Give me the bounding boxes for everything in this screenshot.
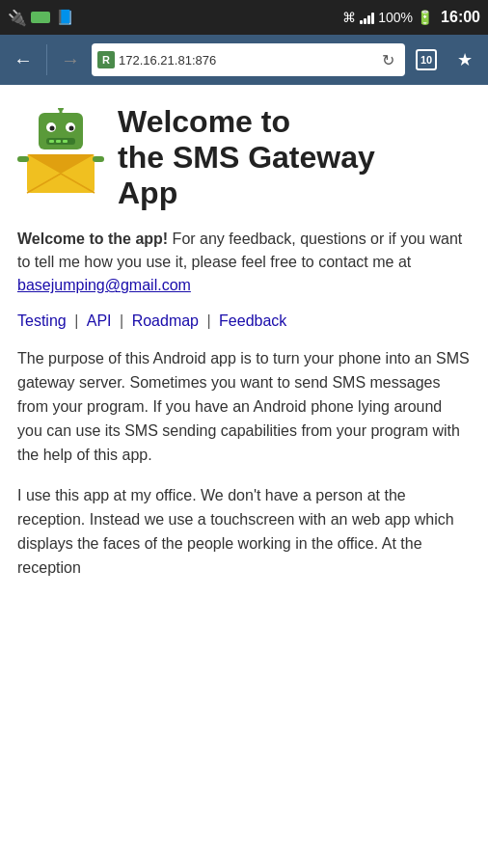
email-link[interactable]: basejumping@gmail.com — [17, 277, 191, 293]
status-right: ⌘ 100% 🔋 16:00 — [342, 9, 480, 26]
app-logo — [17, 108, 104, 195]
battery-icon: 🔋 — [417, 10, 433, 25]
sep-3: | — [206, 312, 215, 329]
page-header: Welcome to the SMS Gateway App — [17, 104, 471, 210]
links-row: Testing | API | Roadmap | Feedback — [17, 312, 471, 330]
svg-point-4 — [69, 126, 74, 131]
url-bar[interactable]: R 172.16.21.81:876 ↻ — [92, 43, 405, 76]
svg-point-3 — [50, 126, 55, 131]
svg-rect-15 — [17, 156, 29, 162]
svg-rect-8 — [63, 140, 68, 143]
task-icon: 📘 — [56, 9, 74, 26]
testing-link[interactable]: Testing — [17, 312, 67, 329]
tabs-button[interactable]: 10 — [409, 42, 444, 77]
body-paragraph-2: I use this app at my office. We don't ha… — [17, 484, 471, 580]
status-bar: 🔌 📘 ⌘ 100% 🔋 16:00 — [0, 0, 488, 35]
url-text: 172.16.21.81:876 — [119, 53, 372, 68]
signal-bars — [360, 11, 374, 24]
feedback-link[interactable]: Feedback — [219, 312, 286, 329]
svg-point-10 — [58, 108, 64, 111]
welcome-paragraph: Welcome to the app! For any feedback, qu… — [17, 228, 471, 297]
battery-percent: 100% — [378, 10, 413, 25]
page-content: Welcome to the SMS Gateway App Welcome t… — [0, 85, 488, 627]
status-left-icons: 🔌 📘 — [8, 9, 74, 27]
svg-rect-16 — [93, 156, 104, 162]
reload-button[interactable]: ↻ — [376, 48, 399, 71]
forward-button[interactable]: → — [53, 42, 88, 77]
welcome-bold: Welcome to the app! — [17, 231, 168, 247]
toolbar-divider — [46, 44, 47, 75]
roadmap-link[interactable]: Roadmap — [132, 312, 199, 329]
api-link[interactable]: API — [87, 312, 112, 329]
tab-count: 10 — [416, 49, 437, 70]
svg-rect-7 — [56, 140, 61, 143]
svg-rect-6 — [49, 140, 54, 143]
sep-2: | — [120, 312, 128, 329]
body-paragraph-1: The purpose of this Android app is to tu… — [17, 347, 471, 467]
sep-1: | — [74, 312, 83, 329]
logo-container — [17, 108, 104, 195]
back-button[interactable]: ← — [6, 42, 41, 77]
usb-icon: 🔌 — [8, 9, 27, 27]
site-icon: R — [97, 51, 115, 68]
browser-toolbar: ← → R 172.16.21.81:876 ↻ 10 ★ — [0, 35, 488, 85]
bookmark-button[interactable]: ★ — [447, 42, 482, 77]
battery-icon-1 — [31, 12, 50, 23]
page-title: Welcome to the SMS Gateway App — [118, 104, 471, 210]
wifi-icon: ⌘ — [342, 10, 356, 25]
time-display: 16:00 — [441, 9, 480, 26]
